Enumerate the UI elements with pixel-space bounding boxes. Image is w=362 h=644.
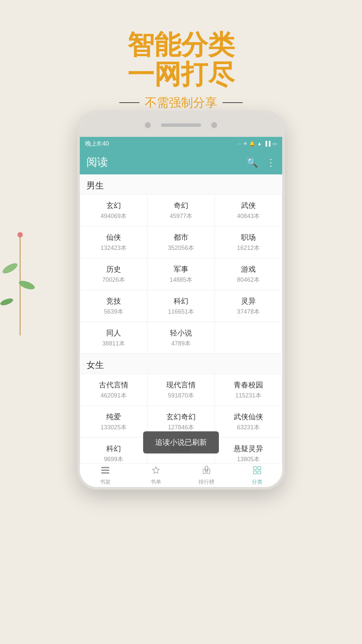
- nav-label-category: 分类: [252, 479, 262, 486]
- category-count: 127846本: [151, 423, 211, 431]
- female-category-item[interactable]: 古代言情 462091本: [80, 374, 147, 406]
- phone-frame: 晚上8:40 ··· ✳ 🔔 ▲ ▐▐ ▭ 阅读 🔍 ⋮ 男生 玄幻 49406…: [77, 111, 285, 490]
- battery-icon: ▭: [273, 141, 277, 146]
- nav-item-booklist[interactable]: 书单: [130, 466, 181, 486]
- category-name: 军事: [151, 264, 211, 274]
- category-count: 14885本: [151, 276, 211, 284]
- male-section-header: 男生: [80, 174, 282, 195]
- svg-rect-9: [205, 466, 208, 471]
- category-name: 科幻: [151, 296, 211, 306]
- toast-notification: 追读小说已刷新: [143, 431, 219, 453]
- category-name: 科幻: [83, 444, 144, 454]
- category-count: 115231本: [218, 391, 279, 399]
- category-name: 历史: [83, 264, 144, 274]
- female-category-item[interactable]: 青春校园 115231本: [215, 374, 282, 406]
- content-area[interactable]: 男生 玄幻 494069本 奇幻 45977本 武侠 40843本 仙侠 132…: [80, 174, 282, 469]
- svg-marker-8: [153, 467, 159, 473]
- category-name: 玄幻: [83, 201, 144, 211]
- female-category-item[interactable]: 纯爱 133025本: [80, 406, 147, 438]
- category-name: 古代言情: [83, 380, 144, 390]
- svg-rect-11: [207, 469, 210, 474]
- category-count: 63231本: [218, 423, 279, 431]
- female-category-grid: 古代言情 462091本 现代言情 591870本 青春校园 115231本 纯…: [80, 374, 282, 469]
- phone-camera-right: [211, 122, 217, 128]
- female-category-item[interactable]: 武侠仙侠 63231本: [215, 406, 282, 438]
- background-area: 智能分类 一网打尽 不需强制分享: [0, 0, 362, 127]
- category-name: 都市: [151, 232, 211, 243]
- headline-line2: 一网打尽: [127, 60, 235, 89]
- male-category-item[interactable]: 灵异 37478本: [215, 290, 282, 322]
- category-count: 116651本: [151, 308, 211, 316]
- category-name: 仙侠: [83, 232, 144, 243]
- subheadline: 不需强制分享: [119, 95, 243, 111]
- male-category-item[interactable]: 同人 38811本: [80, 322, 147, 354]
- male-category-item[interactable]: 轻小说 4789本: [147, 322, 215, 354]
- nav-icon-booklist: [151, 466, 161, 477]
- nav-icon-ranking: [202, 466, 211, 477]
- category-name: 青春校园: [218, 380, 279, 390]
- category-count: 132423本: [83, 244, 144, 252]
- category-count: 80462本: [218, 276, 279, 284]
- category-name: 现代言情: [151, 380, 211, 390]
- male-category-item[interactable]: 历史 70026本: [80, 258, 147, 290]
- app-header: 阅读 🔍 ⋮: [80, 150, 282, 174]
- nav-item-ranking[interactable]: 排行榜: [181, 466, 232, 486]
- male-category-item[interactable]: 奇幻 45977本: [147, 195, 215, 226]
- category-name: 同人: [83, 328, 144, 338]
- male-category-item[interactable]: 军事 14885本: [147, 258, 215, 290]
- male-category-item[interactable]: 科幻 116651本: [147, 290, 215, 322]
- male-category-item[interactable]: 仙侠 132423本: [80, 226, 147, 258]
- category-count: 9699本: [83, 455, 144, 463]
- male-category-item: [215, 322, 282, 354]
- status-time: 晚上8:40: [85, 140, 109, 148]
- male-category-grid: 玄幻 494069本 奇幻 45977本 武侠 40843本 仙侠 132423…: [80, 195, 282, 354]
- category-count: 133025本: [83, 423, 144, 431]
- plant-decoration-left: [0, 201, 40, 335]
- phone-camera-left: [145, 122, 151, 128]
- svg-point-2: [1, 261, 19, 275]
- menu-icon[interactable]: ⋮: [266, 157, 276, 168]
- svg-point-1: [17, 232, 23, 237]
- category-name: 纯爱: [83, 412, 144, 422]
- male-category-item[interactable]: 竞技 5639本: [80, 290, 147, 322]
- male-category-item[interactable]: 游戏 80462本: [215, 258, 282, 290]
- category-count: 45977本: [151, 212, 211, 220]
- bluetooth-icon: ✳: [243, 141, 247, 146]
- category-count: 37478本: [218, 308, 279, 316]
- category-name: 竞技: [83, 296, 144, 306]
- search-icon[interactable]: 🔍: [246, 157, 258, 168]
- nav-item-category[interactable]: 分类: [232, 466, 282, 486]
- svg-rect-10: [203, 469, 206, 474]
- header-icons: 🔍 ⋮: [246, 157, 276, 168]
- nav-label-ranking: 排行榜: [198, 479, 215, 486]
- category-name: 奇幻: [151, 201, 211, 211]
- category-count: 352056本: [151, 244, 211, 252]
- svg-rect-14: [253, 471, 256, 474]
- category-name: 职场: [218, 232, 279, 243]
- male-category-item[interactable]: 都市 352056本: [147, 226, 215, 258]
- male-category-item[interactable]: 武侠 40843本: [215, 195, 282, 226]
- female-section-header: 女生: [80, 354, 282, 374]
- status-bar: 晚上8:40 ··· ✳ 🔔 ▲ ▐▐ ▭: [80, 137, 282, 150]
- category-count: 494069本: [83, 212, 144, 220]
- category-count: 70026本: [83, 276, 144, 284]
- category-name: 武侠仙侠: [218, 412, 279, 422]
- svg-rect-5: [101, 467, 109, 468]
- male-category-item[interactable]: 玄幻 494069本: [80, 195, 147, 226]
- female-category-item[interactable]: 现代言情 591870本: [147, 374, 215, 406]
- category-count: 462091本: [83, 391, 144, 399]
- signal-icon: ▐▐: [264, 141, 270, 146]
- nav-item-bookshelf[interactable]: 书架: [80, 466, 130, 486]
- svg-rect-7: [101, 472, 109, 474]
- category-count: 4789本: [151, 339, 211, 347]
- phone-top: [80, 113, 282, 137]
- category-count: 13805本: [218, 455, 279, 463]
- category-count: 591870本: [151, 391, 211, 399]
- app-title: 阅读: [86, 155, 108, 170]
- nav-label-bookshelf: 书架: [100, 479, 111, 486]
- status-icons: ··· ✳ 🔔 ▲ ▐▐ ▭: [238, 141, 277, 146]
- male-category-item[interactable]: 职场 16212本: [215, 226, 282, 258]
- svg-rect-6: [101, 470, 109, 471]
- bottom-nav: 书架 书单 排行榜 分类: [80, 464, 282, 487]
- category-name: 玄幻奇幻: [151, 412, 211, 422]
